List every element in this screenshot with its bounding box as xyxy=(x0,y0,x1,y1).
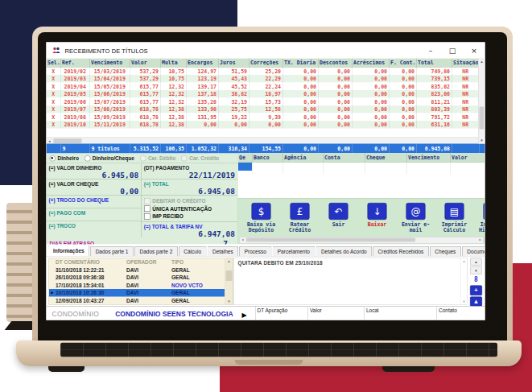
column-header[interactable]: Situação xyxy=(452,59,480,68)
checkbox[interactable]: ÚNICA AUTENTICAÇÃO xyxy=(144,206,235,213)
grid-cell: 0,00 xyxy=(390,75,417,83)
maximize-icon[interactable]: □ xyxy=(442,43,464,59)
column-header[interactable]: Cheque xyxy=(365,154,407,163)
field-value[interactable]: 6.947,08 xyxy=(144,229,235,237)
table-row[interactable]: X2019/1015/11/2019618,7812,380,000,000,0… xyxy=(47,121,485,129)
selected-cell[interactable] xyxy=(238,163,252,171)
grid-vertical-scrollbar[interactable]: ▲ ▼ xyxy=(478,59,485,144)
toolbar-horizontal-scrollbar[interactable]: ◂ ▸ xyxy=(240,237,484,244)
comment-detail-panel[interactable]: QUITARA DEBITO EM 25/10/2018 ▲ ▼ xyxy=(233,258,468,305)
grid-cell: 0,00 xyxy=(353,121,390,129)
column-header[interactable]: Conta xyxy=(324,154,365,163)
column-header[interactable]: TX. Diaria xyxy=(283,59,319,68)
column-header[interactable]: F. Cont. xyxy=(390,59,417,68)
column-header[interactable]: Juros xyxy=(219,59,250,68)
grid-cell: 631,16 xyxy=(417,121,452,129)
toolbar-button[interactable]: $ Baixa via Depósito xyxy=(244,203,279,233)
grid-cell: X xyxy=(47,98,61,106)
tab[interactable]: Cheques xyxy=(430,246,461,257)
field-value[interactable]: 6.945,08 xyxy=(144,187,235,195)
scroll-thumb[interactable] xyxy=(246,238,415,242)
column-header[interactable]: Encargos xyxy=(187,59,219,68)
tab[interactable]: Créditos Recebidos xyxy=(373,246,429,257)
list-item[interactable]: 17/10/2018 15:34:01 DAVI NOVO VCTO xyxy=(49,282,225,290)
list-item[interactable]: 12/09/2018 10:43:27 DAVI GERAL xyxy=(49,297,225,305)
table-row[interactable]: X2019/0315/04/2019537,2910,75123,1945,43… xyxy=(47,75,485,83)
comments-scrollbar[interactable]: ▲ ▼ xyxy=(225,258,234,305)
go-top-button[interactable]: ▲ xyxy=(470,296,482,306)
scroll-down-icon[interactable]: ▼ xyxy=(225,299,233,304)
table-row[interactable]: X2019/0415/05/2019615,7712,32139,1745,52… xyxy=(47,83,485,91)
toolbar-button[interactable]: @ Enviar e-mail xyxy=(398,203,434,233)
minimize-icon[interactable]: – xyxy=(420,43,442,59)
column-header[interactable]: Valor xyxy=(451,154,486,163)
tab[interactable]: Informações xyxy=(48,246,90,257)
scroll-up-icon[interactable]: ▲ xyxy=(479,59,485,65)
grid-cell: 15/09/2019 xyxy=(90,113,130,122)
tab[interactable]: Processo xyxy=(239,246,271,257)
scroll-up-icon[interactable]: ▲ xyxy=(225,258,233,264)
payment-method-radio[interactable]: Dinheiro/Cheque xyxy=(85,155,134,162)
close-icon[interactable]: × xyxy=(464,43,485,59)
column-header[interactable]: Acréscimos xyxy=(353,59,390,68)
toolbar-button[interactable]: ▤ Imprimir Cálculo xyxy=(437,203,472,233)
payment-method-radio[interactable]: Dinheiro xyxy=(50,155,79,162)
toolbar-button[interactable]: ↶ Sair xyxy=(321,203,357,227)
scroll-right-icon[interactable]: ▸ xyxy=(477,237,483,242)
totals-cell: 0,00 xyxy=(390,144,417,154)
column-header[interactable]: Multa xyxy=(161,59,187,68)
tab[interactable]: Cálculo xyxy=(179,246,207,257)
grid-cell: 133,90 xyxy=(187,105,219,113)
column-header[interactable]: Vencimento xyxy=(407,154,451,163)
list-item[interactable]: 10/10/2018 10:26:30 DAVI GERAL xyxy=(49,289,225,297)
field-value[interactable]: 22/11/2019 xyxy=(144,171,235,179)
field-value[interactable]: 0,00 xyxy=(49,187,139,195)
column-header[interactable]: Ref. xyxy=(61,59,90,68)
checkbox[interactable]: DEBITAR O CRÉDITO xyxy=(144,198,235,204)
scroll-thumb[interactable] xyxy=(54,138,82,143)
table-row[interactable]: X2019/0715/08/2019618,7812,38133,9025,75… xyxy=(47,105,485,113)
column-header[interactable]: Descontos xyxy=(319,59,353,68)
table-row[interactable]: X2019/0215/03/2019537,2910,75124,9751,59… xyxy=(47,68,485,76)
column-header[interactable]: Banco xyxy=(253,154,283,163)
scroll-down-icon[interactable]: ▼ xyxy=(479,138,485,144)
column-header[interactable]: Vencimento xyxy=(90,59,130,68)
scroll-thumb[interactable] xyxy=(226,270,233,281)
checkbox[interactable]: IMP RECIBO xyxy=(144,213,235,220)
totals-cell: 316,34 xyxy=(219,144,250,154)
column-header[interactable]: Qe xyxy=(238,154,253,163)
table-row[interactable]: X2019/0815/09/2019618,7812,38131,9519,22… xyxy=(47,113,485,122)
toolbar-button[interactable]: £ Ratear Crédito xyxy=(282,203,318,233)
toolbar-button[interactable]: ✎ Imprimir Histórico xyxy=(476,203,485,233)
tab[interactable]: Dados parte 2 xyxy=(134,246,178,257)
column-header[interactable]: Sel. xyxy=(47,59,61,68)
detail-scrollbar[interactable]: ▲ ▼ xyxy=(461,258,468,304)
tab[interactable]: Dados parte 1 xyxy=(90,246,134,257)
field-value[interactable]: 6.945,08 xyxy=(49,171,139,179)
scroll-left-icon[interactable]: ◂ xyxy=(240,237,245,242)
payment-method-radio[interactable]: Car. Débito xyxy=(140,155,175,162)
tab[interactable]: Detalhes do Acordo xyxy=(315,246,372,257)
scroll-up-icon[interactable]: ▲ xyxy=(461,259,467,263)
column-header[interactable]: Correções xyxy=(250,59,283,68)
scroll-down-icon[interactable]: ▼ xyxy=(461,300,467,304)
table-row[interactable]: X2019/0615/07/2019615,7712,32135,2032,19… xyxy=(47,98,485,106)
tab[interactable]: Detalhes xyxy=(208,246,239,257)
grid-cell: 2019/10 xyxy=(61,121,90,129)
scroll-up-button[interactable]: ▲ xyxy=(471,258,482,266)
list-item[interactable]: 31/10/2018 12:22:21 DAVI GERAL xyxy=(49,266,225,274)
add-comment-button[interactable]: + xyxy=(470,286,482,295)
column-header[interactable]: Agência xyxy=(283,154,324,163)
grid-cell: NR xyxy=(452,83,480,91)
column-header[interactable]: Valor xyxy=(130,59,161,68)
column-header[interactable]: Total xyxy=(417,59,452,68)
scroll-thumb[interactable] xyxy=(480,107,485,130)
table-row[interactable]: X2019/0515/06/2019615,7712,32137,1838,82… xyxy=(47,90,485,98)
scroll-down-button[interactable]: ▼ xyxy=(471,266,482,274)
list-item[interactable]: 26/10/2018 09:36:38 DAVI GERAL xyxy=(49,274,225,282)
tab[interactable]: Parcelamento xyxy=(272,246,315,257)
toolbar-button[interactable]: ↓ Baixar xyxy=(360,203,395,227)
dt-pagamento-field: (DT) PAGAMENTO 22/11/2019 xyxy=(142,163,237,179)
tab[interactable]: Documentos xyxy=(462,246,485,257)
payment-method-radio[interactable]: Car. Crédito xyxy=(181,155,219,162)
